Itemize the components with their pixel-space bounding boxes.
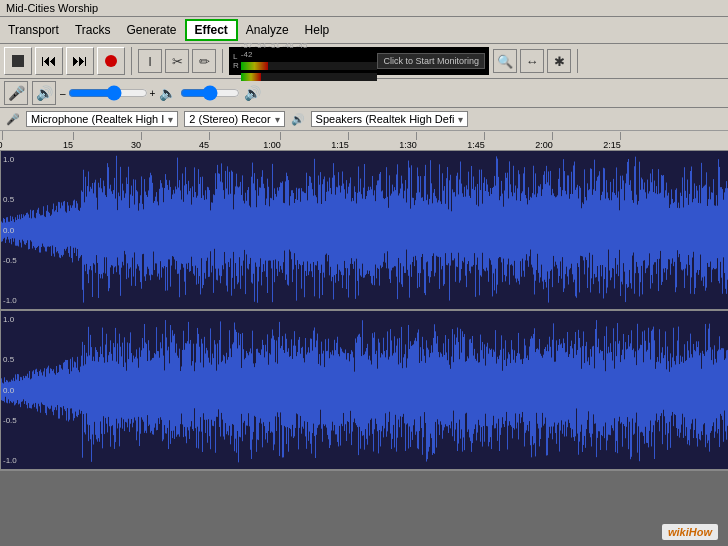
title-bar: Mid-Cities Worship [0,0,728,17]
ruler-label-115: 1:15 [331,140,349,150]
record-button[interactable] [97,47,125,75]
menu-effect[interactable]: Effect [185,19,238,41]
transport-controls: ⏮ ⏭ [4,47,132,75]
track-1-label-neg0.5: -0.5 [3,256,17,265]
track-2-label-0.5: 0.5 [3,355,14,364]
speaker-label: Speakers (Realtek High Defi [316,113,455,125]
meter-db-labels: -57 -54 -51 -48 -45 -42 [241,41,318,59]
lr-labels: L R [233,52,239,70]
mic-label: Microphone (Realtek High I [31,113,164,125]
rewind-icon: ⏮ [41,52,57,70]
track-2-label-neg1.0: -1.0 [3,456,17,465]
r-label: R [233,61,239,70]
speaker-dropdown-arrow: ▾ [458,114,463,125]
level-meter: L R -57 -54 -51 -48 -45 -42 Click to Sta… [229,47,489,75]
menu-tracks[interactable]: Tracks [67,21,119,39]
draw-tool[interactable]: ✏ [192,49,216,73]
cursor-tool[interactable]: I [138,49,162,73]
app-title: Mid-Cities Worship [6,2,98,14]
menu-analyze[interactable]: Analyze [238,21,297,39]
ruler-tick-130: 1:30 [408,132,426,150]
ruler-label-100: 1:00 [263,140,281,150]
monitor-button[interactable]: Click to Start Monitoring [377,53,485,69]
track-1-canvas [1,151,728,309]
ruler-tick-45: 45 [204,132,214,150]
minus-label: – [60,88,66,99]
menu-generate[interactable]: Generate [118,21,184,39]
track-1-label-1.0: 1.0 [3,155,14,164]
l-label: L [233,52,239,61]
ruler-tick-215: 2:15 [612,132,630,150]
meter-bar-r [241,73,378,81]
toolbar-row2: 🎤 🔊 – + 🔈 🔊 [0,79,728,108]
speaker-selector[interactable]: Speakers (Realtek High Defi ▾ [311,111,469,127]
track-1-label-0.5: 0.5 [3,195,14,204]
extra-tools: 🔍 ↔ ✱ [493,49,578,73]
channel-label: 2 (Stereo) Recor [189,113,270,125]
selection-tool[interactable]: ✂ [165,49,189,73]
ruler-tick-15: 15 [68,132,78,150]
track-1-waveform[interactable]: 1.0 0.5 0.0 -0.5 -1.0 [1,151,728,309]
menu-bar: Transport Tracks Generate Effect Analyze… [0,17,728,44]
ruler-tick-30: 30 [136,132,146,150]
microphone-selector[interactable]: Microphone (Realtek High I ▾ [26,111,178,127]
track-1-label-neg1.0: -1.0 [3,296,17,305]
balance-slider-area [180,87,240,99]
menu-transport[interactable]: Transport [0,21,67,39]
ruler-tick-0: 0 [0,131,5,150]
speaker-icon-output: 🔊 [291,113,305,126]
track-2: 1.0 0.5 0.0 -0.5 -1.0 [0,311,728,471]
track-2-canvas [1,311,728,469]
ruler-label-215: 2:15 [603,140,621,150]
input-row: 🎤 Microphone (Realtek High I ▾ 2 (Stereo… [0,108,728,131]
ruler-tick-115: 1:15 [340,132,358,150]
track-container: 1.0 0.5 0.0 -0.5 -1.0 1.0 0.5 0.0 -0.5 -… [0,151,728,546]
mic-icon: 🎤 [4,81,28,105]
ruler-label-30: 30 [131,140,141,150]
meter-fill-l [241,62,268,70]
volume-slider[interactable] [68,87,148,99]
track-1: 1.0 0.5 0.0 -0.5 -1.0 [0,151,728,311]
ruler-label-145: 1:45 [467,140,485,150]
ruler-label-130: 1:30 [399,140,417,150]
rewind-button[interactable]: ⏮ [35,47,63,75]
ruler-label-15: 15 [63,140,73,150]
ruler-tick-145: 1:45 [476,132,494,150]
menu-help[interactable]: Help [297,21,338,39]
track-2-label-1.0: 1.0 [3,315,14,324]
speaker-icon: 🔊 [32,81,56,105]
stop-button[interactable] [4,47,32,75]
volume-slider-area: – + [60,87,155,99]
multi-tool[interactable]: ✱ [547,49,571,73]
forward-icon: ⏭ [72,52,88,70]
balance-slider[interactable] [180,87,240,99]
tool-section: I ✂ ✏ [138,49,223,73]
track-1-label-0.0: 0.0 [3,226,14,235]
toolbar-area: ⏮ ⏭ I ✂ ✏ L R -57 -54 -51 -48 -45 -42 [0,44,728,79]
mic-icon-input: 🎤 [6,113,20,126]
record-icon [105,55,117,67]
ruler-tick-200: 2:00 [544,132,562,150]
zoom-in-tool[interactable]: 🔍 [493,49,517,73]
timeline-ruler: 0 15 30 45 1:00 1:15 [0,131,728,151]
speaker-icon2: 🔈 [159,85,176,101]
meter-fill-r [241,73,262,81]
channel-dropdown-arrow: ▾ [275,114,280,125]
stop-icon [12,55,24,67]
forward-button[interactable]: ⏭ [66,47,94,75]
ruler-tick-100: 1:00 [272,132,290,150]
ruler-label-200: 2:00 [535,140,553,150]
speaker-icon3: 🔊 [244,85,261,101]
channel-selector[interactable]: 2 (Stereo) Recor ▾ [184,111,284,127]
ruler-label-45: 45 [199,140,209,150]
track-2-label-0.0: 0.0 [3,386,14,395]
meter-bar-l [241,62,378,70]
ruler-label-0: 0 [0,140,3,150]
plus-label: + [150,88,156,99]
time-shift-tool[interactable]: ↔ [520,49,544,73]
track-2-waveform[interactable]: 1.0 0.5 0.0 -0.5 -1.0 [1,311,728,469]
track-2-label-neg0.5: -0.5 [3,416,17,425]
mic-dropdown-arrow: ▾ [168,114,173,125]
